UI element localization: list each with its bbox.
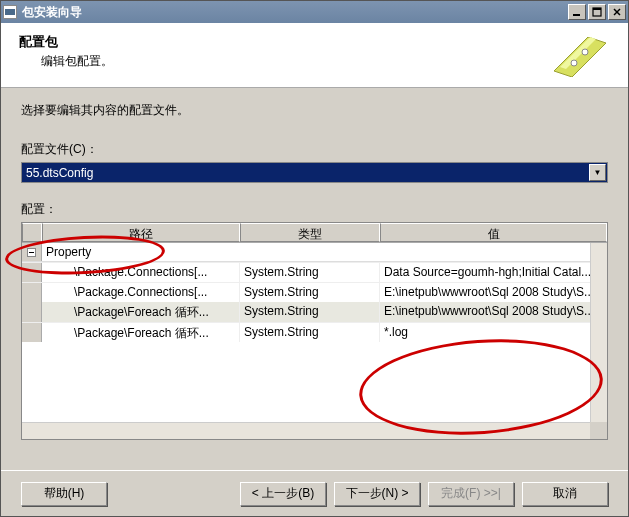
wizard-footer: 帮助(H) < 上一步(B) 下一步(N) > 完成(F) >>| 取消 <box>1 470 628 516</box>
grid-header-expand <box>22 223 42 242</box>
property-group-row[interactable]: Property <box>22 243 607 262</box>
page-subtitle: 编辑包配置。 <box>19 53 550 70</box>
cell-value: *.log <box>380 323 607 342</box>
dropdown-arrow-icon[interactable]: ▼ <box>589 164 606 181</box>
grid-col-type[interactable]: 类型 <box>240 223 380 242</box>
window-title: 包安装向导 <box>22 4 568 21</box>
cell-path: \Package.Connections[... <box>42 283 240 302</box>
wizard-body: 选择要编辑其内容的配置文件。 配置文件(C)： 55.dtsConfig ▼ 配… <box>1 88 628 470</box>
finish-button: 完成(F) >>| <box>428 482 514 506</box>
config-label: 配置： <box>21 201 608 218</box>
cell-path: \Package\Foreach 循环... <box>42 302 240 322</box>
svg-point-7 <box>582 49 588 55</box>
cell-value: Data Source=goumh-hgh;Initial Catal... <box>380 263 607 282</box>
grid-scroll-corner <box>590 422 607 439</box>
grid-row[interactable]: \Package\Foreach 循环... System.String *.l… <box>22 322 607 342</box>
collapse-icon[interactable] <box>22 243 42 261</box>
grid-row[interactable]: \Package\Foreach 循环... System.String E:\… <box>22 302 607 322</box>
cell-path: \Package.Connections[... <box>42 263 240 282</box>
grid-col-path[interactable]: 路径 <box>42 223 240 242</box>
minimize-button[interactable] <box>568 4 586 20</box>
config-file-label: 配置文件(C)： <box>21 141 608 158</box>
back-button[interactable]: < 上一步(B) <box>240 482 326 506</box>
window-controls <box>568 4 626 20</box>
title-bar: 包安装向导 <box>1 1 628 23</box>
close-button[interactable] <box>608 4 626 20</box>
grid-col-value[interactable]: 值 <box>380 223 607 242</box>
cell-value: E:\inetpub\wwwroot\Sql 2008 Study\S... <box>380 283 607 302</box>
next-button[interactable]: 下一步(N) > <box>334 482 420 506</box>
wizard-header: 配置包 编辑包配置。 <box>1 23 628 88</box>
property-group-label: Property <box>42 243 607 261</box>
instruction-text: 选择要编辑其内容的配置文件。 <box>21 102 608 119</box>
wizard-window: 包安装向导 配置包 编辑包配置。 选择要编辑其内容的配置文件。 配置文件(C)：… <box>0 0 629 517</box>
wizard-decorative-icon <box>550 33 610 81</box>
grid-scrollbar-horizontal[interactable] <box>22 422 590 439</box>
svg-marker-5 <box>554 37 606 77</box>
grid-row[interactable]: \Package.Connections[... System.String D… <box>22 262 607 282</box>
svg-rect-0 <box>573 14 580 16</box>
maximize-button[interactable] <box>588 4 606 20</box>
help-button[interactable]: 帮助(H) <box>21 482 107 506</box>
grid-header: 路径 类型 值 <box>22 223 607 243</box>
config-file-value: 55.dtsConfig <box>26 166 93 180</box>
cell-value: E:\inetpub\wwwroot\Sql 2008 Study\S... <box>380 302 607 322</box>
grid-scrollbar-vertical[interactable] <box>590 243 607 422</box>
svg-rect-2 <box>593 8 601 10</box>
config-file-dropdown[interactable]: 55.dtsConfig ▼ <box>21 162 608 183</box>
cell-type: System.String <box>240 263 380 282</box>
cell-type: System.String <box>240 323 380 342</box>
app-icon <box>3 5 17 19</box>
config-grid: 路径 类型 值 Property \Package.Connections[..… <box>21 222 608 440</box>
cancel-button[interactable]: 取消 <box>522 482 608 506</box>
cell-type: System.String <box>240 302 380 322</box>
cell-type: System.String <box>240 283 380 302</box>
page-title: 配置包 <box>19 33 550 51</box>
svg-point-8 <box>571 60 577 66</box>
grid-row[interactable]: \Package.Connections[... System.String E… <box>22 282 607 302</box>
cell-path: \Package\Foreach 循环... <box>42 323 240 342</box>
